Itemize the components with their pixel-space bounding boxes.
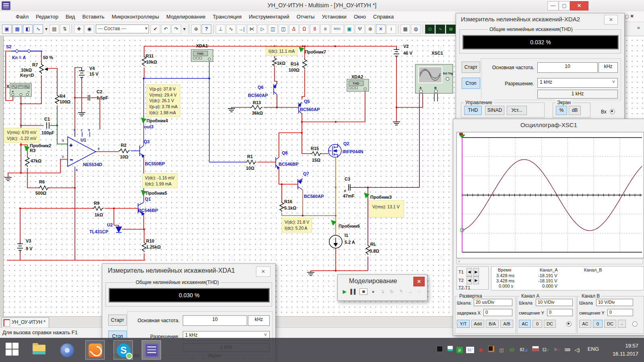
label-r4[interactable]: R4 [60,94,66,99]
transistor-components-icon[interactable]: ⋉ [247,25,257,34]
label-r9-value[interactable]: 1kΩ [95,212,103,217]
label-xda2[interactable]: XDA2 [351,74,363,79]
cmos-components-icon[interactable]: ◫ [279,25,288,34]
power-components-icon[interactable]: Ω [299,25,309,34]
label-q6[interactable]: Q6 [258,85,264,90]
run-to-cursor-button[interactable]: → [407,289,414,294]
taskbar-uc-browser-icon[interactable] [85,340,105,360]
toolbar-overflow-chevron[interactable]: » [637,25,640,31]
label-probe7[interactable]: Пробник7 [305,49,326,54]
timebase-scale-input[interactable]: 20 us/Div [474,299,512,306]
label-s2-key[interactable]: Кл = А [12,55,26,60]
channel-b-ac-button[interactable]: AC [579,320,591,328]
record-button[interactable]: ● [369,289,377,294]
label-c2[interactable]: C2 [97,89,102,94]
menu-options[interactable]: Установки [318,12,350,21]
simulation-toolbar[interactable]: Моделирование ✕ ▶ ▌▌ ■ ● ↴ ↻ ↰ → ◌ ◌ [337,274,427,301]
label-q6-part[interactable]: BC560AP [248,93,268,98]
tray-volume-icon[interactable]: ◁) [573,346,581,354]
label-v2-value[interactable]: 46 V [403,51,413,56]
taskbar-browser-icon[interactable] [57,340,76,360]
label-r1[interactable]: R1 [247,154,253,159]
xda1-freq-input[interactable]: 10 [183,315,247,326]
misc-digital-icon[interactable]: Δ [289,25,299,34]
spreadsheet-icon[interactable]: ▤ [50,25,59,34]
active-symbols[interactable]: +− [68,84,341,232]
bus-icon[interactable]: ◍ [411,25,421,34]
label-v2[interactable]: V2 [403,44,409,49]
channel-b-zero-button[interactable]: 0 [593,320,603,328]
passive-symbols[interactable] [4,48,400,276]
wattmeter-instrument-icon[interactable]: ▤ [446,25,456,34]
label-q5-part[interactable]: BC560AP [300,107,320,112]
misc-components-icon[interactable]: MISC [331,25,344,34]
back-annotate-icon[interactable]: ↶ [161,25,171,34]
label-r10-value[interactable]: 1.25kΩ [146,245,161,249]
label-q7-part[interactable]: BC560AP [304,194,324,199]
yt-button[interactable]: Y/T [457,320,470,328]
label-xfg[interactable]: X [6,84,10,89]
channel-b-offset-input[interactable]: 0 [607,309,633,316]
language-indicator[interactable]: ENG [588,346,599,352]
label-v3[interactable]: V3 [26,239,31,243]
menu-transfer[interactable]: Трансляция [209,12,245,21]
label-q8[interactable]: Q8 [282,150,288,155]
t2-right-button[interactable]: ► [473,276,479,285]
tray-flag-pl-icon[interactable] [531,346,539,354]
channel-b-scale-input[interactable]: 10 V/Div [596,299,633,306]
channel-a-terminal-radio[interactable] [566,321,572,327]
basic-components-icon[interactable]: ∿ [226,25,236,34]
run-button[interactable]: ▶ [341,289,348,294]
probe3-readout[interactable]: V(rms): 13.1 V [369,200,404,218]
simulation-close-button[interactable]: ✕ [413,277,425,286]
xda1-close-button[interactable]: ✕ [256,266,270,277]
tray-app-icon[interactable] [436,346,444,354]
label-r9[interactable]: R9 [94,201,99,206]
xpos-input[interactable]: 0 [483,309,512,316]
electromech-icon[interactable]: ⊗ [365,25,375,34]
xsc1-instrument-icon[interactable]: Ext Trig A B [415,64,453,93]
menu-insert[interactable]: Вставить [78,12,108,21]
sheet-tab[interactable]: УН_ОУ-ИТУН * [2,317,49,327]
tray-status-icon[interactable]: ◉ [477,346,485,354]
new-schematic-icon[interactable]: ▣ [2,25,12,34]
channel-b-terminal-radio[interactable] [632,321,638,327]
label-probe2[interactable]: Пробник2 [30,143,51,148]
resistor-symbols[interactable] [25,56,370,255]
label-s2[interactable]: S2 [6,44,11,49]
child-close-icon[interactable]: ✕ [630,14,634,19]
label-r7-keydesig[interactable]: Key=D [20,73,34,78]
label-r11[interactable]: R11 [146,53,154,58]
xda2-db-button[interactable]: dB [569,106,581,115]
tray-weather-icon[interactable]: 31° [466,347,474,353]
child-window-controls[interactable]: ▢ ✕ [625,14,634,19]
label-r16[interactable]: R16 [284,199,292,204]
analog-components-icon[interactable]: ▷ [258,25,267,34]
function-generator-instrument-icon[interactable]: ∿ [436,25,445,34]
clock[interactable]: 19:5716.11.2017 [613,342,638,358]
label-r16-value[interactable]: 5.1kΩ [284,206,296,210]
child-restore-icon[interactable]: ▢ [625,14,629,19]
probe2-readout[interactable]: V(rms): 670 mVV(dc): -1.22 mV [4,128,39,143]
peripherals-icon[interactable]: ▣ [345,25,354,34]
label-r14-value[interactable]: 100Ω [289,68,299,72]
menu-help[interactable]: Справка [369,12,397,21]
tray-device-icon[interactable]: ⛾✔ [542,346,550,354]
start-button[interactable] [6,343,19,356]
help-icon[interactable]: ? [202,25,211,34]
hierarchy-icon[interactable]: ⇅ [60,25,70,34]
channel-a-ac-button[interactable]: AC [519,320,531,328]
label-rl[interactable]: RL [370,242,376,247]
label-r13-value[interactable]: 36kΩ [252,111,263,115]
ni-components-icon[interactable]: ✕ [376,25,386,34]
probe5-readout[interactable]: V(dc): -1.15 mVI(dc): 1.99 mA [142,173,178,188]
label-q1-part[interactable]: BC546BP [138,208,158,213]
label-r2[interactable]: R2 [121,143,126,148]
label-q5[interactable]: Q5 [304,99,310,104]
xda2-sinad-button[interactable]: SINAD [485,106,504,115]
indicator-components-icon[interactable]: 8 [310,25,320,34]
xda2-stop-button[interactable]: Стоп [462,78,480,89]
menu-view[interactable]: Вид [62,12,79,21]
channel-a-offset-input[interactable]: 0 [547,309,573,316]
label-r4-value[interactable]: 100Ω [60,99,70,104]
